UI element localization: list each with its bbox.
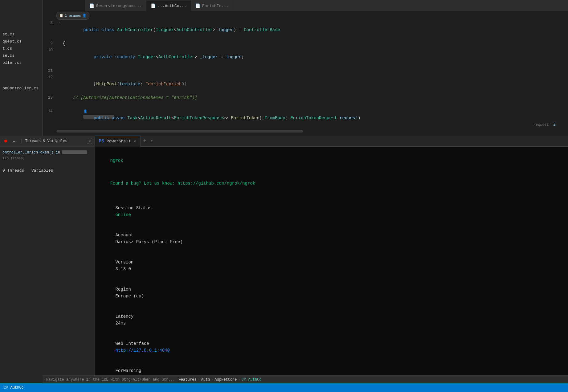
user-icon: 👤 [82, 12, 87, 19]
breadcrumb-features[interactable]: Features [179, 378, 197, 382]
term-region: Region Europe (eu) [100, 279, 563, 306]
tab-dropdown-button[interactable]: ▾ [149, 139, 155, 143]
sidebar-file-4[interactable]: se.cs [0, 52, 42, 59]
usages-row: 📋 2 usages 👤 [43, 12, 568, 20]
tab-icon-2: 📄 [151, 3, 156, 8]
sidebar-file-3[interactable]: t.cs [0, 45, 42, 52]
term-session-status: Session Status online [100, 198, 563, 225]
tab-icon-3: 📄 [195, 3, 200, 8]
status-bar: C# AuthCo [0, 383, 568, 392]
tab-reservierungsbuc[interactable]: 📄 Reservierungsbuc... [85, 1, 146, 11]
separator: | [20, 138, 23, 144]
tab-close-btn[interactable]: ✕ [133, 138, 137, 144]
sidebar-file-5[interactable]: oller.cs [0, 59, 42, 66]
debug-close-btn[interactable]: ✕ [87, 138, 92, 144]
editor-tab-bar: 📄 Reservierungsbuc... 📄 ...AuthCo... 📄 E… [85, 0, 568, 11]
tab-enrichto[interactable]: 📄 EnrichTo... [191, 1, 233, 11]
tab-authco[interactable]: 📄 ...AuthCo... [146, 1, 191, 11]
tab-label-1: Reservierungsbuc... [96, 4, 142, 8]
debug-labels: 0 Threads Variables [0, 163, 95, 174]
breadcrumb-authco[interactable]: C# AuthCo [242, 378, 262, 382]
terminal-content[interactable]: ngrok Found a bug? Let us know: https://… [95, 147, 568, 392]
status-lang: C# AuthCo [4, 386, 24, 390]
edit-btn[interactable]: ✏ [11, 138, 17, 144]
breadcrumb-auth[interactable]: Auth [201, 378, 210, 382]
term-bug-line: Found a bug? Let us know: https://github… [100, 173, 563, 194]
term-latency: Latency 24ms [100, 306, 563, 333]
sidebar-file-7[interactable]: onController.cs [0, 85, 42, 92]
term-web-interface: Web Interface http://127.0.0.1:4040 [100, 333, 563, 361]
sidebar-file-2[interactable]: quest.cs [0, 38, 42, 45]
tab-label-3: EnrichTo... [202, 4, 229, 8]
tab-powershell[interactable]: PS PowerShell ✕ [95, 136, 141, 147]
breadcrumb-hint: Navigate anywhere in the IDE with Strg+A… [46, 378, 175, 382]
ps-icon: PS [99, 139, 104, 144]
debug-panel: ⏺ ✏ | Threads & Variables ✕ ontroller.En… [0, 136, 95, 392]
record-btn[interactable]: ⏺ [2, 138, 9, 144]
code-editor: 📄 Reservierungsbuc... 📄 ...AuthCo... 📄 E… [43, 0, 568, 133]
usages-badge[interactable]: 📋 2 usages 👤 [56, 12, 89, 20]
scrollbar-track-h[interactable] [56, 130, 568, 133]
term-version: Version 3.13.0 [100, 252, 563, 279]
debug-frames: 125 frames] [2, 156, 92, 161]
code-line-11: 11 [43, 67, 568, 74]
term-session-block: Session Status online Account Dariusz Pa… [100, 198, 563, 392]
code-line-14: 14 public async Task<ActionResult<Enrich… [43, 108, 568, 133]
term-prompt: ngrok [100, 150, 563, 171]
debug-toolbar-title: Threads & Variables [25, 139, 85, 143]
code-line-12: 12 [HttpPost(template: "enrich"enrich)] [43, 74, 568, 94]
scrollbar-thumb-h[interactable] [56, 130, 303, 133]
usages-icon: 📋 [59, 12, 63, 19]
term-account: Account Dariusz Parys (Plan: Free) [100, 225, 563, 252]
tab-add-button[interactable]: + [141, 136, 149, 147]
breadcrumb-aspnetcore[interactable]: AspNetCore [215, 378, 237, 382]
tab-label-2: ...AuthCo... [157, 4, 186, 8]
debug-section: ontroller.EnrichToken() in 125 frames] [0, 147, 95, 163]
sidebar-file-1[interactable]: st.cs [0, 31, 42, 38]
code-person-line: 👤 [43, 101, 568, 108]
code-line-8: 8 ^ public class AuthController(ILogger<… [43, 20, 568, 40]
tab-label-ps: PowerShell [107, 139, 131, 144]
breadcrumb-bar: Navigate anywhere in the IDE with Strg+A… [43, 375, 568, 383]
code-line-9: 9 { [43, 40, 568, 47]
terminal-tab-bar: PS PowerShell ✕ + ▾ [95, 136, 568, 147]
tab-icon-1: 📄 [89, 3, 94, 8]
debug-toolbar: ⏺ ✏ | Threads & Variables ✕ [0, 136, 95, 147]
debug-method: ontroller.EnrichToken() in [2, 149, 92, 156]
code-line-13: 13 // [Authorize(AuthenticationSchemes =… [43, 94, 568, 101]
code-line-10: 10 private readonly ILogger<AuthControll… [43, 47, 568, 67]
